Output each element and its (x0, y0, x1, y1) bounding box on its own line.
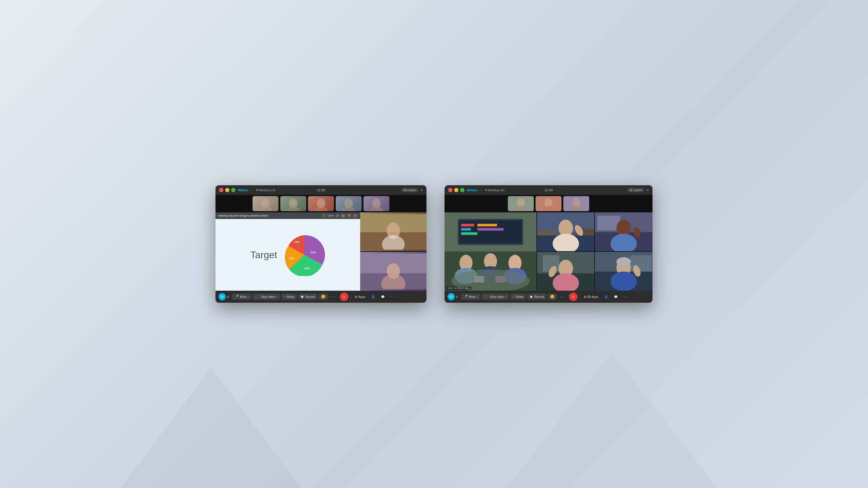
svg-point-78 (617, 257, 631, 266)
right-video-icon: 🎥 (484, 295, 489, 299)
right-apps-icon: ⊞ (584, 295, 586, 298)
windows-container: ✕ − + Webex • Meeting info 12:40 ⊞ Layou… (216, 185, 652, 303)
right-share-button[interactable]: ↑ Share (510, 293, 526, 300)
status-circle: W (218, 293, 226, 300)
zoom-out-button[interactable]: − (322, 214, 326, 218)
svg-text:12%: 12% (294, 240, 300, 243)
thumbnail-3[interactable] (308, 196, 334, 211)
svg-rect-36 (461, 224, 474, 227)
left-more2-button[interactable]: ⋯ (388, 293, 395, 300)
annotate-button[interactable]: ✎ (347, 213, 352, 218)
left-title-time: 12:40 (317, 188, 325, 192)
status-options[interactable]: ⊞ (227, 295, 229, 298)
right-end-call-button[interactable]: × (569, 293, 578, 301)
fullscreen-button[interactable]: ⤢ (353, 213, 358, 218)
thumbnail-2[interactable] (280, 196, 306, 211)
svg-point-1 (259, 206, 272, 211)
zoom-controls: − 100% + ⊡ ✎ ⤢ (322, 213, 358, 218)
right-more2-button[interactable]: ⋯ (621, 293, 628, 300)
right-participants-button[interactable]: 👤 (602, 294, 610, 300)
mute-chevron-icon: ▾ (248, 295, 249, 298)
left-control-bar: W ⊞ 🎤 Mute ▾ 🎥 Stop video ▾ ↑ Share ⏺ Re… (216, 291, 427, 303)
shared-content-panel: Viewing Giacomo Drago's shared content −… (216, 213, 360, 291)
right-chat-button[interactable]: 💬 (612, 294, 620, 300)
conference-room-svg (444, 213, 536, 291)
left-mute-button[interactable]: 🎤 Mute ▾ (232, 293, 251, 300)
zoom-in-button[interactable]: + (336, 214, 340, 218)
thumbnail-5[interactable] (364, 196, 390, 211)
left-stop-video-button[interactable]: 🎥 Stop video ▾ (253, 293, 280, 300)
right-record-icon: ⏺ (530, 295, 533, 299)
right-webex-logo: Webex (467, 188, 477, 192)
right-meeting-window: ✕ − + Webex • Meeting info 12:40 ⊞ Layou… (444, 185, 652, 303)
svg-text:41%: 41% (310, 251, 316, 254)
right-title-left: ✕ − + Webex • Meeting info (448, 188, 506, 193)
grid-cell-3 (595, 213, 652, 251)
video-icon: 🎥 (255, 295, 259, 299)
minimize-button[interactable]: − (225, 188, 229, 192)
right-layout-button[interactable]: ⊞ Layout (627, 188, 644, 192)
right-thumbnail-1[interactable] (508, 196, 534, 211)
right-more-button[interactable]: ··· (558, 293, 566, 301)
title-separator: • (251, 189, 252, 192)
person-silhouette-4 (336, 196, 362, 211)
side-video-1 (360, 213, 427, 251)
svg-point-3 (287, 206, 300, 211)
left-status: W ⊞ (218, 293, 229, 300)
webex-logo: Webex (238, 188, 248, 192)
video-chevron-icon: ▾ (276, 295, 278, 298)
right-thumbnail-3[interactable] (563, 196, 589, 211)
grid-cell-4 (537, 252, 595, 291)
close-button[interactable]: ✕ (219, 188, 223, 192)
right-mute-chevron-icon: ▾ (477, 295, 478, 298)
right-maximize-button[interactable]: + (460, 188, 464, 192)
shared-content-bar: Viewing Giacomo Drago's shared content −… (216, 213, 360, 219)
right-apps-button[interactable]: ⊞ 85 Apps (581, 294, 601, 300)
chart-title: Target (250, 250, 277, 261)
left-window-controls: ✕ − + (219, 188, 236, 192)
left-video-area: Viewing Giacomo Drago's shared content −… (216, 213, 427, 291)
right-status-options[interactable]: ⊞ (456, 295, 458, 298)
left-more-button[interactable]: ··· (329, 293, 337, 301)
right-close-button[interactable]: ✕ (448, 188, 453, 192)
right-participants-icon: 👤 (604, 295, 608, 298)
left-reactions-button[interactable]: 😊 (318, 293, 328, 300)
person-wave-svg (537, 213, 595, 251)
tab-dot-icon (256, 189, 258, 191)
right-thumbnail-2[interactable] (535, 196, 561, 211)
left-participants-button[interactable]: 👤 (369, 294, 377, 300)
grid-cell-5 (595, 252, 652, 291)
left-layout-button[interactable]: ⊞ Layout (401, 188, 418, 192)
side-video-2 (360, 252, 427, 291)
person-silhouette-2 (280, 196, 306, 211)
share-icon: ↑ (284, 295, 285, 299)
thumbnail-4[interactable] (336, 196, 362, 211)
pie-chart-svg: 41% 34% 13% 12% (283, 234, 325, 276)
right-stop-video-button[interactable]: 🎥 Stop video ▾ (482, 293, 509, 300)
right-record-button[interactable]: ⏺ Record (527, 293, 547, 300)
right-thumbnail-strip (444, 195, 652, 213)
left-share-button[interactable]: ↑ Share (281, 293, 297, 300)
right-minimize-button[interactable]: − (454, 188, 458, 192)
left-chat-button[interactable]: 💬 (378, 294, 387, 300)
right-reactions-button[interactable]: 😊 (548, 293, 557, 300)
left-end-call-button[interactable]: × (340, 293, 348, 301)
left-close-icon[interactable]: × (421, 188, 423, 193)
right-meeting-info-tab[interactable]: Meeting info (484, 188, 506, 193)
person-elder-svg (595, 252, 652, 291)
svg-point-9 (370, 206, 383, 211)
right-title-right: ⊞ Layout × (627, 188, 649, 193)
left-thumbnail-strip (216, 195, 427, 213)
right-close-icon[interactable]: × (647, 188, 649, 193)
fit-screen-button[interactable]: ⊡ (341, 213, 346, 218)
svg-rect-37 (461, 228, 471, 231)
right-video-grid: SHN7-16-GREAT WALL (444, 213, 652, 291)
right-mute-button[interactable]: 🎤 Mute ▾ (461, 293, 480, 300)
right-mute-icon: 🎤 (463, 295, 468, 299)
thumbnail-1[interactable] (253, 196, 278, 211)
left-record-button[interactable]: ⏺ Record (298, 293, 317, 300)
left-apps-button[interactable]: ⊞ Apps (352, 294, 368, 300)
maximize-button[interactable]: + (231, 188, 236, 192)
left-meeting-info-tab[interactable]: Meeting info (254, 188, 277, 193)
right-title-bar: ✕ − + Webex • Meeting info 12:40 ⊞ Layou… (444, 185, 652, 195)
